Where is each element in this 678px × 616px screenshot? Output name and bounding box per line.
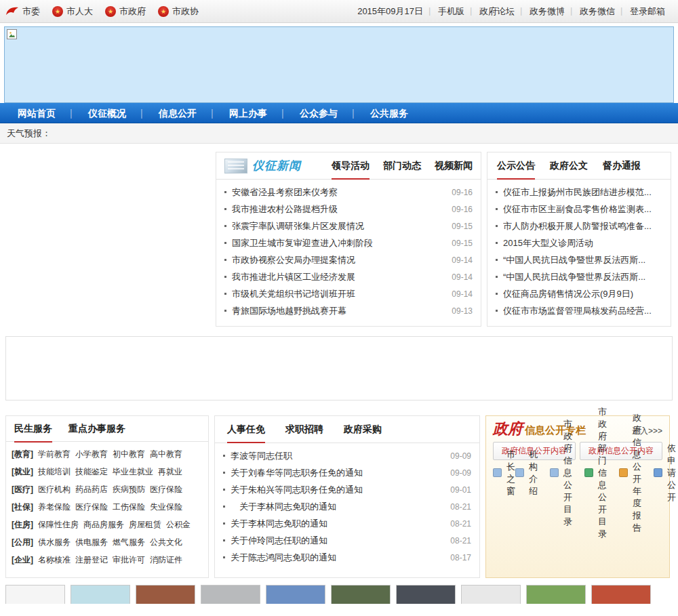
service-link[interactable]: 消防证件 xyxy=(150,554,182,566)
current-date: 2015年09月17日 xyxy=(350,5,431,18)
notice-link[interactable]: 2015年大型义诊周活动 xyxy=(503,237,662,249)
mayor-window-link[interactable]: 市长之窗 xyxy=(493,449,515,497)
nav-item-online-services[interactable]: 网上办事 xyxy=(213,103,283,123)
service-link[interactable]: 商品房服务 xyxy=(83,519,124,531)
service-link[interactable]: 医疗保险 xyxy=(75,501,108,513)
tab-gov-procurement[interactable]: 政府采购 xyxy=(344,416,382,443)
news-link[interactable]: 安徽省泾县考察团来仪考察 xyxy=(232,186,446,199)
photo-link-thumbnail[interactable] xyxy=(526,585,586,604)
service-link[interactable]: 养老保险 xyxy=(38,501,71,513)
personnel-link[interactable]: 关于李林同志免职的通知 xyxy=(231,501,445,513)
service-link[interactable]: 医疗机构 xyxy=(38,484,71,495)
service-link[interactable]: 毕业生就业 xyxy=(113,466,153,478)
news-link[interactable]: 市政协视察公安局办理提案情况 xyxy=(232,254,446,266)
gov-forum-link[interactable]: 政府论坛 xyxy=(472,5,522,18)
service-link[interactable]: 审批许可 xyxy=(113,554,145,566)
nav-item-public-participation[interactable]: 公众参与 xyxy=(283,103,354,123)
notice-link[interactable]: “中国人民抗日战争暨世界反法西斯... xyxy=(503,271,662,283)
photo-link-thumbnail[interactable] xyxy=(71,585,130,604)
service-link[interactable]: 公共文化 xyxy=(150,537,182,548)
service-link[interactable]: 小学教育 xyxy=(75,449,108,460)
nav-item-public-services[interactable]: 公共服务 xyxy=(354,103,424,123)
service-link[interactable]: 工伤保险 xyxy=(113,501,145,513)
tab-video-news[interactable]: 视频新闻 xyxy=(435,152,473,180)
mobile-version-link[interactable]: 手机版 xyxy=(431,5,472,18)
photo-link-thumbnail[interactable] xyxy=(201,585,260,604)
nav-item-yizheng-overview[interactable]: 仪征概况 xyxy=(72,103,142,123)
service-link[interactable]: 供电服务 xyxy=(75,537,108,548)
personnel-link[interactable]: 关于李林同志免职的通知 xyxy=(231,518,445,530)
tab-key-services[interactable]: 重点办事服务 xyxy=(68,415,125,443)
photo-link-thumbnail[interactable] xyxy=(331,585,391,604)
service-category: [教育] xyxy=(12,449,33,460)
municipal-government-link[interactable]: ★ 市政府 xyxy=(105,5,146,18)
service-link[interactable]: 燃气服务 xyxy=(113,537,145,548)
personnel-link[interactable]: 关于朱柏兴等同志职务任免的通知 xyxy=(231,484,445,496)
tab-personnel-appointments[interactable]: 人事任免 xyxy=(227,416,265,443)
news-link[interactable]: 市级机关党组织书记培训班开班 xyxy=(232,288,446,300)
personnel-link[interactable]: 关于仲玲同志任职的通知 xyxy=(231,535,445,547)
service-link[interactable]: 供水服务 xyxy=(38,537,71,548)
notice-link[interactable]: “中国人民抗日战争暨世界反法西斯... xyxy=(503,254,662,266)
notice-link[interactable]: 市人防办积极开展人防警报试鸣准备... xyxy=(503,220,662,232)
photo-link-thumbnail[interactable] xyxy=(266,585,325,604)
news-link[interactable]: 我市推进农村公路提档升级 xyxy=(232,203,446,215)
service-link[interactable]: 失业保险 xyxy=(150,501,182,513)
service-link[interactable]: 技能鉴定 xyxy=(75,466,108,478)
notice-list-item: 市人防办积极开展人防警报试鸣准备... xyxy=(496,218,662,234)
news-link[interactable]: 我市推进北片镇区工业经济发展 xyxy=(232,271,446,283)
nav-item-info-disclosure[interactable]: 信息公开 xyxy=(142,103,213,123)
news-link[interactable]: 国家卫生城市复审迎查进入冲刺阶段 xyxy=(232,237,446,249)
municipal-committee-link[interactable]: 市委 xyxy=(5,5,40,18)
tab-livelihood-services[interactable]: 民生服务 xyxy=(14,415,52,443)
service-link[interactable]: 技能培训 xyxy=(38,466,71,478)
personnel-link[interactable]: 关于刘春华等同志职务任免的通知 xyxy=(231,467,445,479)
service-link[interactable]: 药品药店 xyxy=(75,484,108,495)
photo-link-thumbnail[interactable] xyxy=(591,585,651,604)
email-login-link[interactable]: 登录邮箱 xyxy=(622,5,673,18)
service-link[interactable]: 医疗保险 xyxy=(150,484,182,495)
service-row: [企业] 名称核准 注册登记 审批许可 消防证件 xyxy=(12,551,203,569)
news-link[interactable]: 张震宇率队调研张集片区发展情况 xyxy=(232,220,446,232)
tab-public-announcements[interactable]: 公示公告 xyxy=(497,152,535,180)
service-link[interactable]: 公积金 xyxy=(166,519,191,531)
service-link[interactable]: 保障性住房 xyxy=(38,519,79,531)
service-link[interactable]: 再就业 xyxy=(158,466,182,478)
gov-weibo-link[interactable]: 政务微博 xyxy=(522,5,572,18)
service-link[interactable]: 高中教育 xyxy=(150,449,182,460)
news-link[interactable]: 青旅国际场地越野挑战赛开幕 xyxy=(232,305,446,317)
service-link[interactable]: 房屋租赁 xyxy=(129,519,161,531)
photo-link-thumbnail[interactable] xyxy=(5,585,65,604)
tab-gov-documents[interactable]: 政府公文 xyxy=(550,152,588,180)
annual-report-link[interactable]: 政府信息公开年度报告 xyxy=(619,412,641,534)
service-link[interactable]: 初中教育 xyxy=(113,449,145,460)
tab-job-recruitment[interactable]: 求职招聘 xyxy=(285,416,323,443)
tab-department-dynamics[interactable]: 部门动态 xyxy=(383,152,421,180)
dept-info-directory-link[interactable]: 市政府部门信息公开目录 xyxy=(584,406,607,540)
notice-link[interactable]: 仪征市市场监督管理局核发药品经营... xyxy=(503,305,662,317)
personnel-link[interactable]: 李波等同志任职 xyxy=(231,450,445,462)
gov-wechat-link[interactable]: 政务微信 xyxy=(572,5,622,18)
org-intro-link[interactable]: 机构介绍 xyxy=(515,449,538,497)
service-link[interactable]: 疾病预防 xyxy=(113,484,145,495)
tab-leader-activities[interactable]: 领导活动 xyxy=(332,152,370,180)
content-row-bottom: 民生服务 重点办事服务 [教育] 学前教育 小学教育 初中教育 高中教育 [就业… xyxy=(5,415,673,578)
notice-link[interactable]: 仪征商品房销售情况公示(9月9日) xyxy=(503,288,662,300)
service-link[interactable]: 名称核准 xyxy=(38,554,71,566)
tab-supervision-reports[interactable]: 督办通报 xyxy=(603,152,641,180)
service-link[interactable]: 学前教育 xyxy=(38,449,71,460)
photo-link-thumbnail[interactable] xyxy=(136,585,195,604)
notice-link[interactable]: 仪征市上报扬州市民族团结进步模范... xyxy=(503,186,662,199)
service-link[interactable]: 注册登记 xyxy=(75,554,108,566)
photo-link-thumbnail[interactable] xyxy=(396,585,456,604)
municipal-cppcc-link[interactable]: ★ 市政协 xyxy=(158,5,199,18)
gov-info-logo-text: 政府 xyxy=(493,421,523,436)
personnel-link[interactable]: 关于陈志鸿同志免职的通知 xyxy=(231,552,445,564)
image-slider-placeholder xyxy=(5,152,210,327)
notice-link[interactable]: 仪征市市区主副食品零售价格监测表... xyxy=(503,203,662,215)
apply-disclosure-link[interactable]: 依申请公开 xyxy=(654,443,676,504)
municipal-congress-link[interactable]: ★ 市人大 xyxy=(52,5,93,18)
photo-link-thumbnail[interactable] xyxy=(461,585,521,604)
gov-info-directory-link[interactable]: 市政府信息公开目录 xyxy=(550,418,572,528)
nav-item-home[interactable]: 网站首页 xyxy=(1,103,72,123)
